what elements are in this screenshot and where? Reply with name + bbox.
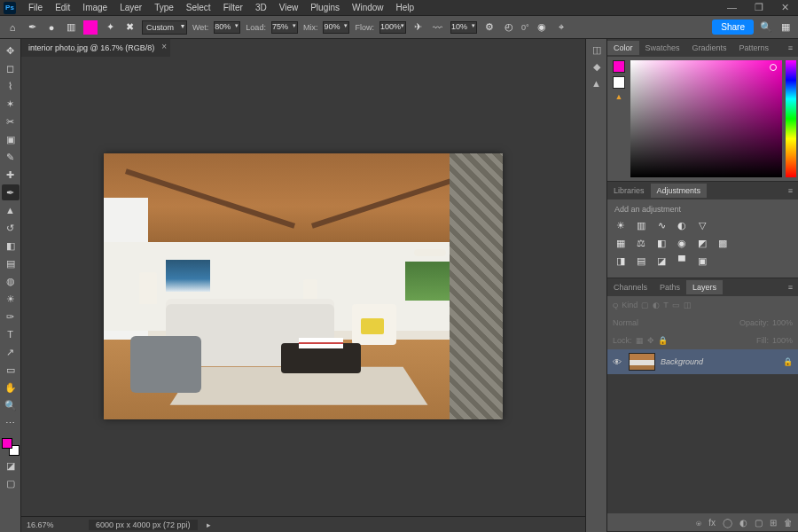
mixer-brush-clean-icon[interactable]: ✦: [103, 20, 117, 35]
menu-select[interactable]: Select: [181, 1, 216, 14]
brush-tool[interactable]: ✒: [2, 184, 20, 200]
vibrance-icon[interactable]: ▽: [696, 219, 708, 231]
pressure-size-icon[interactable]: ◉: [535, 20, 549, 35]
brush-preset-select[interactable]: Custom: [142, 20, 187, 35]
levels-icon[interactable]: ▥: [635, 219, 647, 231]
lock-all-icon[interactable]: 🔒: [658, 336, 668, 345]
tab-adjustments[interactable]: Adjustments: [651, 184, 708, 198]
menu-3d[interactable]: 3D: [250, 1, 272, 14]
filter-type-icon[interactable]: T: [663, 301, 669, 309]
menu-filter[interactable]: Filter: [218, 1, 248, 14]
photo-filter-icon[interactable]: ◉: [676, 237, 688, 249]
color-picker[interactable]: [630, 60, 796, 177]
filter-pixel-icon[interactable]: ▢: [641, 301, 649, 309]
type-tool[interactable]: T: [2, 326, 20, 342]
crop-tool[interactable]: ✂: [2, 113, 20, 129]
panel-menu-icon[interactable]: ≡: [783, 186, 798, 195]
menu-file[interactable]: File: [23, 1, 48, 14]
edit-toolbar[interactable]: ⋯: [2, 415, 20, 431]
symmetry-icon[interactable]: ⌖: [554, 20, 568, 35]
menu-plugins[interactable]: Plugins: [305, 1, 345, 14]
foreground-color-swatch[interactable]: [2, 438, 12, 449]
status-arrow-icon[interactable]: ▸: [207, 520, 211, 529]
brightness-icon[interactable]: ☀: [614, 219, 627, 231]
menu-image[interactable]: Image: [77, 1, 113, 14]
window-minimize[interactable]: —: [722, 0, 742, 15]
quickmask-tool[interactable]: ◪: [2, 458, 20, 473]
lock-position-icon[interactable]: ✥: [647, 336, 654, 345]
hue-icon[interactable]: ▦: [614, 237, 627, 249]
airbrush-icon[interactable]: ✈: [411, 20, 426, 35]
menu-window[interactable]: Window: [347, 1, 389, 14]
brush-preset-icon[interactable]: ●: [44, 20, 59, 35]
color-fg-bg[interactable]: [2, 438, 20, 456]
color-swatch[interactable]: [83, 20, 98, 35]
tab-swatches[interactable]: Swatches: [639, 41, 686, 55]
menu-type[interactable]: Type: [149, 1, 179, 14]
fill-value[interactable]: 100%: [772, 336, 793, 345]
panel-menu-icon[interactable]: ≡: [783, 43, 798, 52]
saturation-brightness-field[interactable]: [630, 60, 782, 177]
panel-menu-icon[interactable]: ≡: [783, 283, 798, 292]
panel-icon[interactable]: ▲: [591, 78, 601, 89]
settings-gear-icon[interactable]: ⚙: [482, 20, 497, 35]
exposure-icon[interactable]: ◐: [676, 219, 688, 231]
bg-mini-swatch[interactable]: [613, 76, 625, 89]
dodge-tool[interactable]: ☀: [2, 291, 20, 307]
group-icon[interactable]: ▢: [755, 518, 763, 528]
delete-layer-icon[interactable]: 🗑: [784, 518, 793, 528]
threshold-icon[interactable]: ◪: [655, 254, 668, 267]
adjustment-layer-icon[interactable]: ◐: [739, 518, 747, 528]
eyedropper-tool[interactable]: ✎: [2, 149, 20, 165]
color-cursor[interactable]: [770, 64, 777, 71]
screenmode-tool[interactable]: ▢: [2, 475, 20, 491]
mix-input[interactable]: 90%: [323, 21, 349, 34]
invert-icon[interactable]: ◨: [614, 254, 627, 267]
hand-tool[interactable]: ✋: [2, 379, 20, 395]
selective-icon[interactable]: ▣: [696, 254, 708, 267]
flow-input[interactable]: 100%: [379, 21, 406, 34]
zoom-tool[interactable]: 🔍: [2, 397, 20, 413]
tab-channels[interactable]: Channels: [607, 280, 653, 294]
wet-input[interactable]: 80%: [214, 21, 240, 34]
menu-view[interactable]: View: [274, 1, 304, 14]
tab-paths[interactable]: Paths: [653, 280, 686, 294]
mask-icon[interactable]: ◯: [723, 518, 732, 528]
fx-icon[interactable]: fx: [708, 518, 716, 528]
window-maximize[interactable]: ❐: [749, 0, 769, 15]
stamp-tool[interactable]: ▲: [2, 202, 20, 218]
filter-shape-icon[interactable]: ▭: [672, 301, 680, 309]
lock-pixels-icon[interactable]: ▦: [636, 336, 644, 345]
hue-slider[interactable]: [786, 60, 796, 177]
visibility-icon[interactable]: 👁: [613, 357, 623, 367]
opacity-value[interactable]: 100%: [772, 318, 793, 327]
healing-tool[interactable]: ✚: [2, 167, 20, 183]
filter-kind-label[interactable]: Q: [613, 301, 618, 309]
curves-icon[interactable]: ∿: [655, 219, 668, 231]
tab-gradients[interactable]: Gradients: [686, 41, 733, 55]
shape-tool[interactable]: ▭: [2, 362, 20, 378]
document-tab[interactable]: interior photo.jpg @ 16.7% (RGB/8): [21, 39, 170, 57]
tab-patterns[interactable]: Patterns: [733, 41, 776, 55]
pen-tool[interactable]: ✑: [2, 309, 20, 325]
balance-icon[interactable]: ⚖: [635, 237, 647, 249]
menu-layer[interactable]: Layer: [114, 1, 147, 14]
frame-tool[interactable]: ▣: [2, 131, 20, 147]
tab-layers[interactable]: Layers: [686, 280, 723, 294]
layer-thumbnail[interactable]: [629, 353, 655, 371]
canvas-area[interactable]: [21, 57, 585, 516]
home-icon[interactable]: ⌂: [5, 20, 20, 35]
bw-icon[interactable]: ◧: [655, 237, 668, 249]
gradient-tool[interactable]: ▤: [2, 255, 20, 271]
brush-tool-indicator-icon[interactable]: ✒: [25, 20, 39, 35]
panel-toggle-icon[interactable]: ▥: [64, 20, 78, 35]
eraser-tool[interactable]: ◧: [2, 238, 20, 254]
panel-icon[interactable]: ◫: [592, 44, 601, 56]
path-tool[interactable]: ↗: [2, 344, 20, 360]
posterize-icon[interactable]: ▤: [635, 254, 647, 267]
smoothing-icon[interactable]: 〰: [431, 20, 445, 35]
marquee-tool[interactable]: ◻: [2, 60, 20, 76]
workspace-icon[interactable]: ▦: [778, 20, 793, 35]
document-info[interactable]: 6000 px x 4000 px (72 ppi): [89, 520, 198, 530]
history-brush-tool[interactable]: ↺: [2, 220, 20, 236]
